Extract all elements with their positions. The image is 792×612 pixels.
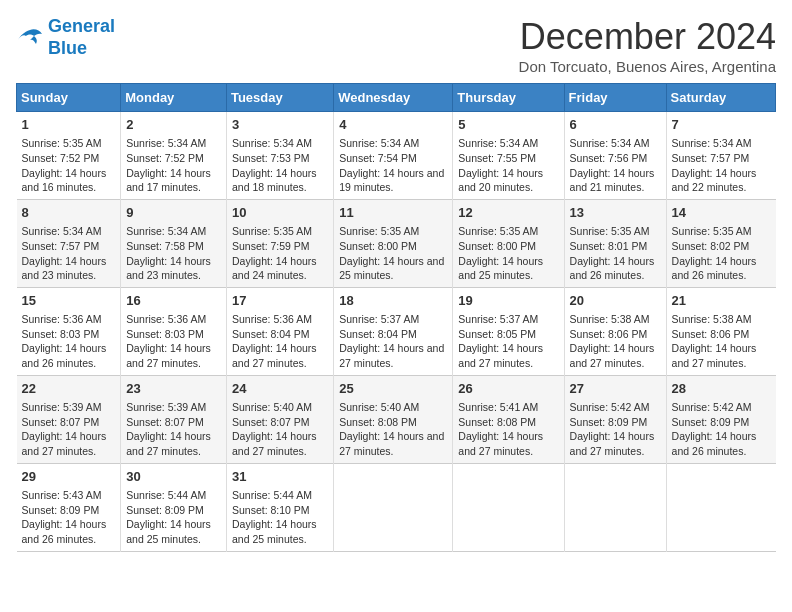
sunrise-info: Sunrise: 5:37 AM bbox=[458, 312, 558, 327]
sunrise-info: Sunrise: 5:44 AM bbox=[126, 488, 221, 503]
daylight-info: Daylight: 14 hours and 18 minutes. bbox=[232, 166, 328, 195]
list-item: 10 Sunrise: 5:35 AM Sunset: 7:59 PM Dayl… bbox=[226, 199, 333, 287]
day-number: 31 bbox=[232, 468, 328, 486]
sunset-info: Sunset: 8:09 PM bbox=[22, 503, 116, 518]
list-item: 31 Sunrise: 5:44 AM Sunset: 8:10 PM Dayl… bbox=[226, 463, 333, 551]
day-number: 17 bbox=[232, 292, 328, 310]
col-friday: Friday bbox=[564, 84, 666, 112]
sunset-info: Sunset: 8:00 PM bbox=[339, 239, 447, 254]
sunset-info: Sunset: 7:56 PM bbox=[570, 151, 661, 166]
list-item: 6 Sunrise: 5:34 AM Sunset: 7:56 PM Dayli… bbox=[564, 112, 666, 200]
list-item: 23 Sunrise: 5:39 AM Sunset: 8:07 PM Dayl… bbox=[121, 375, 227, 463]
sunrise-info: Sunrise: 5:36 AM bbox=[126, 312, 221, 327]
sunset-info: Sunset: 8:07 PM bbox=[22, 415, 116, 430]
col-thursday: Thursday bbox=[453, 84, 564, 112]
sunset-info: Sunset: 7:52 PM bbox=[126, 151, 221, 166]
list-item: 24 Sunrise: 5:40 AM Sunset: 8:07 PM Dayl… bbox=[226, 375, 333, 463]
sunrise-info: Sunrise: 5:34 AM bbox=[339, 136, 447, 151]
sunrise-info: Sunrise: 5:35 AM bbox=[22, 136, 116, 151]
day-number: 6 bbox=[570, 116, 661, 134]
day-number: 8 bbox=[22, 204, 116, 222]
sunrise-info: Sunrise: 5:34 AM bbox=[672, 136, 771, 151]
sunrise-info: Sunrise: 5:34 AM bbox=[232, 136, 328, 151]
daylight-info: Daylight: 14 hours and 26 minutes. bbox=[570, 254, 661, 283]
list-item: 22 Sunrise: 5:39 AM Sunset: 8:07 PM Dayl… bbox=[17, 375, 121, 463]
list-item: 8 Sunrise: 5:34 AM Sunset: 7:57 PM Dayli… bbox=[17, 199, 121, 287]
table-row: 15 Sunrise: 5:36 AM Sunset: 8:03 PM Dayl… bbox=[17, 287, 776, 375]
daylight-info: Daylight: 14 hours and 26 minutes. bbox=[22, 517, 116, 546]
sunset-info: Sunset: 8:04 PM bbox=[339, 327, 447, 342]
list-item: 14 Sunrise: 5:35 AM Sunset: 8:02 PM Dayl… bbox=[666, 199, 775, 287]
daylight-info: Daylight: 14 hours and 21 minutes. bbox=[570, 166, 661, 195]
header-row: Sunday Monday Tuesday Wednesday Thursday… bbox=[17, 84, 776, 112]
sunset-info: Sunset: 8:10 PM bbox=[232, 503, 328, 518]
list-item bbox=[666, 463, 775, 551]
calendar-table: Sunday Monday Tuesday Wednesday Thursday… bbox=[16, 83, 776, 552]
day-number: 19 bbox=[458, 292, 558, 310]
calendar-body: 1 Sunrise: 5:35 AM Sunset: 7:52 PM Dayli… bbox=[17, 112, 776, 552]
sunrise-info: Sunrise: 5:42 AM bbox=[570, 400, 661, 415]
day-number: 5 bbox=[458, 116, 558, 134]
sunset-info: Sunset: 8:08 PM bbox=[339, 415, 447, 430]
list-item: 4 Sunrise: 5:34 AM Sunset: 7:54 PM Dayli… bbox=[334, 112, 453, 200]
day-number: 10 bbox=[232, 204, 328, 222]
sunrise-info: Sunrise: 5:39 AM bbox=[126, 400, 221, 415]
sunrise-info: Sunrise: 5:36 AM bbox=[232, 312, 328, 327]
day-number: 15 bbox=[22, 292, 116, 310]
day-number: 23 bbox=[126, 380, 221, 398]
daylight-info: Daylight: 14 hours and 24 minutes. bbox=[232, 254, 328, 283]
col-wednesday: Wednesday bbox=[334, 84, 453, 112]
list-item: 15 Sunrise: 5:36 AM Sunset: 8:03 PM Dayl… bbox=[17, 287, 121, 375]
day-number: 7 bbox=[672, 116, 771, 134]
list-item: 3 Sunrise: 5:34 AM Sunset: 7:53 PM Dayli… bbox=[226, 112, 333, 200]
daylight-info: Daylight: 14 hours and 26 minutes. bbox=[672, 254, 771, 283]
day-number: 30 bbox=[126, 468, 221, 486]
sunrise-info: Sunrise: 5:34 AM bbox=[570, 136, 661, 151]
col-sunday: Sunday bbox=[17, 84, 121, 112]
title-area: December 2024 Don Torcuato, Buenos Aires… bbox=[519, 16, 776, 75]
list-item: 2 Sunrise: 5:34 AM Sunset: 7:52 PM Dayli… bbox=[121, 112, 227, 200]
daylight-info: Daylight: 14 hours and 27 minutes. bbox=[22, 429, 116, 458]
daylight-info: Daylight: 14 hours and 25 minutes. bbox=[126, 517, 221, 546]
sunrise-info: Sunrise: 5:34 AM bbox=[458, 136, 558, 151]
day-number: 18 bbox=[339, 292, 447, 310]
sunrise-info: Sunrise: 5:37 AM bbox=[339, 312, 447, 327]
list-item bbox=[564, 463, 666, 551]
sunrise-info: Sunrise: 5:40 AM bbox=[339, 400, 447, 415]
day-number: 27 bbox=[570, 380, 661, 398]
daylight-info: Daylight: 14 hours and 23 minutes. bbox=[126, 254, 221, 283]
sunset-info: Sunset: 8:05 PM bbox=[458, 327, 558, 342]
daylight-info: Daylight: 14 hours and 19 minutes. bbox=[339, 166, 447, 195]
daylight-info: Daylight: 14 hours and 25 minutes. bbox=[458, 254, 558, 283]
list-item: 16 Sunrise: 5:36 AM Sunset: 8:03 PM Dayl… bbox=[121, 287, 227, 375]
sunset-info: Sunset: 8:07 PM bbox=[126, 415, 221, 430]
list-item: 12 Sunrise: 5:35 AM Sunset: 8:00 PM Dayl… bbox=[453, 199, 564, 287]
day-number: 29 bbox=[22, 468, 116, 486]
day-number: 28 bbox=[672, 380, 771, 398]
list-item: 21 Sunrise: 5:38 AM Sunset: 8:06 PM Dayl… bbox=[666, 287, 775, 375]
daylight-info: Daylight: 14 hours and 20 minutes. bbox=[458, 166, 558, 195]
table-row: 8 Sunrise: 5:34 AM Sunset: 7:57 PM Dayli… bbox=[17, 199, 776, 287]
sunset-info: Sunset: 8:07 PM bbox=[232, 415, 328, 430]
day-number: 11 bbox=[339, 204, 447, 222]
sunrise-info: Sunrise: 5:44 AM bbox=[232, 488, 328, 503]
list-item: 1 Sunrise: 5:35 AM Sunset: 7:52 PM Dayli… bbox=[17, 112, 121, 200]
sunset-info: Sunset: 8:06 PM bbox=[570, 327, 661, 342]
sunset-info: Sunset: 8:00 PM bbox=[458, 239, 558, 254]
sunrise-info: Sunrise: 5:35 AM bbox=[339, 224, 447, 239]
sunrise-info: Sunrise: 5:34 AM bbox=[22, 224, 116, 239]
day-number: 4 bbox=[339, 116, 447, 134]
daylight-info: Daylight: 14 hours and 27 minutes. bbox=[570, 341, 661, 370]
sunset-info: Sunset: 8:01 PM bbox=[570, 239, 661, 254]
list-item: 19 Sunrise: 5:37 AM Sunset: 8:05 PM Dayl… bbox=[453, 287, 564, 375]
col-monday: Monday bbox=[121, 84, 227, 112]
day-number: 2 bbox=[126, 116, 221, 134]
list-item: 27 Sunrise: 5:42 AM Sunset: 8:09 PM Dayl… bbox=[564, 375, 666, 463]
sunset-info: Sunset: 8:06 PM bbox=[672, 327, 771, 342]
list-item: 26 Sunrise: 5:41 AM Sunset: 8:08 PM Dayl… bbox=[453, 375, 564, 463]
sunrise-info: Sunrise: 5:38 AM bbox=[570, 312, 661, 327]
day-number: 26 bbox=[458, 380, 558, 398]
sunrise-info: Sunrise: 5:39 AM bbox=[22, 400, 116, 415]
daylight-info: Daylight: 14 hours and 27 minutes. bbox=[339, 341, 447, 370]
daylight-info: Daylight: 14 hours and 27 minutes. bbox=[570, 429, 661, 458]
